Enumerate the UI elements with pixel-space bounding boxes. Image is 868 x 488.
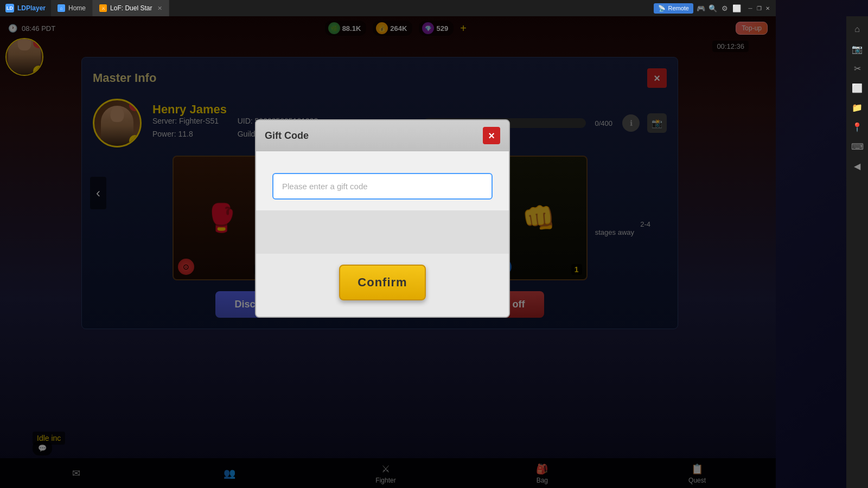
game-tab-icon: ⚔ [99, 4, 107, 12]
gift-code-modal: Gift Code × Confirm [255, 119, 510, 318]
search-topbar-icon[interactable]: 🔍 [709, 4, 717, 12]
window-controls: ─ ❐ ✕ [746, 4, 771, 12]
tab-home[interactable]: ⌂ Home [51, 0, 93, 16]
controller-icon[interactable]: 🎮 [697, 4, 705, 12]
ldplayer-topbar: LD LDPlayer ⌂ Home ⚔ LoF: Duel Star ✕ 📡 … [0, 0, 776, 16]
maximize-icon[interactable]: ⬜ [732, 4, 741, 12]
settings-topbar-icon[interactable]: ⚙ [720, 4, 729, 12]
modal-title: Gift Code [265, 130, 309, 142]
modal-header: Gift Code × [256, 120, 509, 151]
remote-icon: 📡 [658, 5, 666, 12]
tab-bar: ⌂ Home ⚔ LoF: Duel Star ✕ [51, 0, 654, 16]
modal-body-lower [256, 210, 509, 254]
gift-code-input[interactable] [272, 173, 493, 200]
remote-label: Remote [668, 5, 689, 11]
sidebar-camera-icon[interactable]: 📷 [848, 40, 866, 57]
home-tab-icon: ⌂ [58, 4, 65, 12]
game-tab-label: LoF: Duel Star [110, 4, 152, 12]
ldplayer-name: LDPlayer [17, 4, 46, 12]
topbar-right: 📡 Remote 🎮 🔍 ⚙ ⬜ ─ ❐ ✕ [654, 3, 776, 14]
tab-game[interactable]: ⚔ LoF: Duel Star ✕ [93, 0, 169, 16]
sidebar-keyboard-icon[interactable]: ⌨ [848, 138, 866, 155]
close-tab-button[interactable]: ✕ [157, 5, 162, 12]
ldplayer-logo: LD LDPlayer [0, 4, 51, 12]
modal-body [256, 151, 509, 210]
minimize-button[interactable]: ─ [746, 4, 754, 12]
ldplayer-right-sidebar: ⌂ 📷 ✂ ⬜ 📁 📍 ⌨ ◀ [846, 16, 868, 488]
close-window-button[interactable]: ✕ [764, 4, 771, 12]
confirm-button[interactable]: Confirm [339, 265, 426, 300]
sidebar-location-icon[interactable]: 📍 [848, 118, 866, 136]
sidebar-folder-icon[interactable]: 📁 [848, 99, 866, 116]
sidebar-home-icon[interactable]: ⌂ [848, 21, 866, 38]
home-tab-label: Home [68, 4, 86, 12]
sidebar-collapse-icon[interactable]: ◀ [848, 157, 866, 175]
modal-close-button[interactable]: × [483, 127, 500, 144]
modal-footer: Confirm [256, 254, 509, 317]
sidebar-scissors-icon[interactable]: ✂ [848, 60, 866, 77]
sidebar-screen-icon[interactable]: ⬜ [848, 79, 866, 97]
remote-button[interactable]: 📡 Remote [654, 3, 693, 14]
restore-button[interactable]: ❐ [755, 4, 763, 12]
ld-logo-icon: LD [5, 4, 14, 12]
